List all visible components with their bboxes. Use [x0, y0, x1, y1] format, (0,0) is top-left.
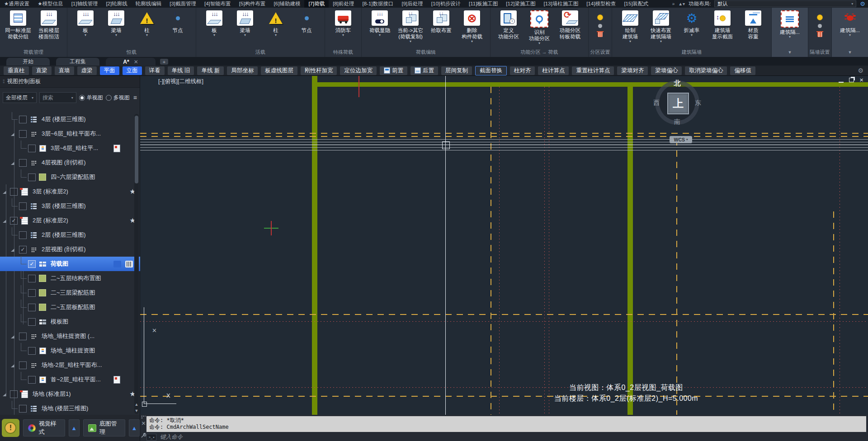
tree-item-~2_[interactable]: 首~2层_暗柱平面...	[0, 372, 140, 387]
layer-film-icon[interactable]	[125, 261, 133, 267]
beam-line[interactable]	[140, 139, 868, 140]
command-grip-icon[interactable]	[142, 416, 146, 419]
ribbon-button-[interactable]: 柱▾	[132, 10, 161, 37]
ribbon-button-[interactable]: 节点	[292, 10, 321, 33]
tree-item-~[interactable]: 二~五层板配筋图	[0, 300, 140, 314]
base-map-button[interactable]: 底图管理	[83, 419, 125, 436]
trash-icon[interactable]	[816, 31, 823, 38]
menu-item-[interactable]: ★通用设置	[0, 0, 33, 8]
scroll-up-icon[interactable]: ▲	[134, 402, 139, 407]
tree-scrollbar[interactable]	[134, 114, 139, 414]
menu-item-81[interactable]: [8-1]数据接口	[359, 0, 398, 8]
menu-item-1[interactable]: [1]轴线管理	[67, 0, 102, 8]
menu-item-[interactable]: ★模型信息	[33, 0, 67, 8]
tree-item-2_[interactable]: ◢场地-2层_暗柱平面布...	[0, 358, 140, 372]
tree-checkbox[interactable]	[10, 188, 18, 196]
bulb-icon[interactable]	[816, 14, 823, 21]
toolbar-button-[interactable]: 梁墙偏心	[651, 66, 682, 75]
tree-checkbox[interactable]	[28, 376, 36, 384]
dropdown-arrow-icon[interactable]: ▾	[789, 35, 791, 38]
tree-item-~[interactable]: 二~三层梁配筋图	[0, 286, 140, 300]
toolbar-button-[interactable]: 直梁	[32, 66, 52, 75]
toolbar-button-[interactable]: 后置	[410, 66, 438, 75]
tab-close-icon[interactable]: ✕	[134, 59, 138, 65]
ribbon-button-[interactable]: 快速布置建筑隔墙▾	[646, 10, 675, 43]
wall-line-vertical-2[interactable]	[627, 82, 633, 415]
menu-item-5[interactable]: [5]构件布置	[235, 0, 270, 8]
base-map-up-icon[interactable]: ▲	[129, 419, 140, 436]
beam-line[interactable]	[140, 147, 868, 148]
view-compass[interactable]: 北 南 西 东 上	[655, 80, 699, 125]
wall-line-horizontal[interactable]	[312, 82, 868, 87]
toolbar-button-[interactable]: 层间复制	[441, 66, 472, 75]
ribbon-button-[interactable]: 功能分区转板荷载	[556, 10, 585, 40]
tree-expander-icon[interactable]: ◢	[11, 160, 14, 165]
beam-line[interactable]	[140, 150, 868, 150]
compass-east[interactable]: 东	[695, 99, 701, 107]
tree-expander-icon[interactable]: ◢	[11, 131, 14, 136]
tree-checkbox[interactable]	[28, 174, 36, 181]
dropdown-arrow-icon[interactable]: ▾	[471, 40, 473, 43]
tree-item-32[interactable]: ◢3层 (标准层2)★	[0, 184, 140, 199]
menu-item-11[interactable]: [11]板施工图	[465, 0, 502, 8]
tree-expander-icon[interactable]: ◢	[3, 218, 6, 223]
toolbar-button-[interactable]: 板虚线图层	[261, 66, 297, 75]
menu-item-15[interactable]: [15]装配式	[620, 0, 652, 8]
drawing-canvas[interactable]: [-][俯视][二维线框] × 北 南 西 东 上 WCS▾ X ✕ 当前视图：…	[140, 76, 868, 415]
menu-item-6[interactable]: [6]辅助建模	[270, 0, 305, 8]
command-wrench-icon[interactable]	[141, 432, 146, 440]
ribbon-button-[interactable]: 同一标准层荷载分组	[4, 10, 33, 40]
ribbon-button-[interactable]: 材质容重	[739, 10, 768, 40]
beam-line[interactable]	[140, 142, 868, 142]
toolbar-button-[interactable]: 梁墙对齐	[617, 66, 648, 75]
tree-item-1[interactable]: ◢场地 (标准层1)★	[0, 387, 140, 401]
visual-style-up-icon[interactable]: ▲	[69, 419, 80, 436]
menu-overflow-icon[interactable]: »	[672, 1, 675, 6]
tree-item-22[interactable]: ◢✓2层 (标准层2)★	[0, 213, 140, 228]
tree-checkbox[interactable]	[28, 275, 36, 282]
ribbon-button-[interactable]: 荷载显隐▾	[365, 10, 394, 37]
compass-west[interactable]: 西	[653, 99, 660, 107]
layer-grid-icon[interactable]	[113, 261, 121, 267]
tree-checkbox[interactable]	[28, 318, 36, 326]
tree-checkbox[interactable]: ✓	[28, 260, 36, 268]
new-tab-button[interactable]: +	[160, 59, 168, 65]
toolbar-button-[interactable]: 单线 新	[197, 66, 224, 75]
ribbon-button-[interactable]: 删除构件荷载▾	[458, 10, 486, 43]
tree-expander-icon[interactable]: ◢	[3, 392, 6, 396]
command-close-icon[interactable]: ✕	[141, 421, 146, 426]
dropdown-arrow-icon[interactable]: ▾	[85, 33, 86, 37]
menu-item-3[interactable]: [3]截面管理	[165, 0, 200, 8]
ribbon-button-[interactable]: 识别功能分区▾	[525, 10, 554, 45]
tree-item-2[interactable]: 2层 (楼层三维图)	[0, 228, 140, 242]
dropdown-arrow-icon[interactable]: ▾	[538, 42, 540, 45]
menu-item-10[interactable]: [10]初步设计	[427, 0, 465, 8]
panel-title-bar[interactable]: ⁞⁞ 视图控制面板	[0, 76, 140, 88]
tree-item-[interactable]: 场地 (楼层三维图)	[0, 401, 140, 416]
tree-item-3~6_[interactable]: ◢3层~6层_暗柱平面布...	[0, 127, 140, 141]
dropdown-arrow-icon[interactable]: ▾	[244, 33, 246, 37]
tree-item-~[interactable]: 二~五层结构布置图	[0, 271, 140, 286]
close-icon[interactable]: ×	[859, 77, 863, 83]
tree-checkbox[interactable]	[19, 405, 27, 413]
toolbar-button-[interactable]: 偏移值	[730, 66, 755, 75]
tree-expander-icon[interactable]: ◢	[11, 363, 14, 367]
toolbar-button-[interactable]: 柱计算点	[538, 66, 569, 75]
menu-item-[interactable]: 轮廓线编辑	[132, 0, 166, 8]
tree-scrollbar-thumb[interactable]	[135, 116, 138, 183]
layout-select[interactable]: 默认▾	[714, 0, 856, 7]
tree-checkbox[interactable]	[19, 361, 27, 369]
tree-checkbox[interactable]: ✓	[10, 217, 18, 225]
menu-item-4[interactable]: [4]智能布置	[200, 0, 235, 8]
tree-checkbox[interactable]	[19, 130, 27, 138]
toolbar-button-[interactable]: 单线 旧	[168, 66, 194, 75]
tree-checkbox[interactable]	[19, 202, 27, 210]
tree-expander-icon[interactable]: ◢	[11, 334, 14, 338]
tree-item-~[interactable]: 四~六层梁配筋图	[0, 170, 140, 184]
dropdown-arrow-icon[interactable]: ▾	[410, 40, 411, 43]
tree-item-_[interactable]: 场地_墙柱提资图	[0, 343, 140, 358]
search-input[interactable]: 搜索▾	[39, 92, 76, 103]
tree-checkbox[interactable]	[19, 333, 27, 340]
multi-view-radio[interactable]: 多视图	[106, 94, 130, 102]
toolbar-button-[interactable]: 直墙	[55, 66, 74, 75]
